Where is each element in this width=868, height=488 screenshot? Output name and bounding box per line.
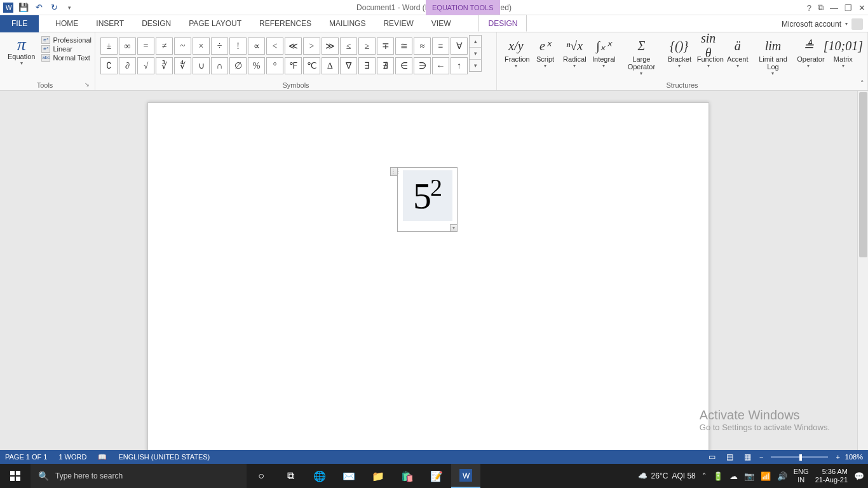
tray-chevron-icon[interactable]: ˄ [702,471,707,481]
symbol-button[interactable]: ≅ [395,37,412,55]
read-mode-icon[interactable]: ▭ [706,452,719,462]
mail-icon[interactable]: ✉️ [334,464,363,488]
symbol-button[interactable]: ℉ [285,57,302,74]
tab-references[interactable]: REFERENCES [250,15,320,32]
clock[interactable]: 5:36 AM 21-Aug-21 [815,468,848,484]
symbol-button[interactable]: ≥ [358,37,376,55]
symbol-button[interactable]: < [266,37,283,55]
battery-icon[interactable]: 🔋 [713,471,723,481]
equation-button[interactable]: π Equation ▾ [5,35,37,67]
symbol-button[interactable]: ≠ [156,37,173,55]
help-icon[interactable]: ? [807,3,811,13]
restore-icon[interactable]: ❐ [844,3,852,13]
symbol-button[interactable]: ∩ [211,57,228,74]
scroll-up-icon[interactable]: ▴ [470,36,481,48]
tab-review[interactable]: REVIEW [374,15,422,32]
equation-content[interactable]: 5 2 [403,170,452,221]
start-button[interactable] [0,464,31,488]
symbol-button[interactable]: ℃ [303,57,320,74]
close-icon[interactable]: ✕ [858,3,865,13]
cortana-icon[interactable]: ○ [247,464,276,488]
symbol-button[interactable]: ! [229,37,247,55]
symbol-button[interactable]: ÷ [211,37,228,55]
account-menu[interactable]: Microsoft account ▾ [782,15,863,32]
symbol-button[interactable]: ≤ [340,37,357,55]
professional-button[interactable]: eˣProfessional [41,36,92,44]
equation-move-handle[interactable]: ⋮⋮ [390,167,398,176]
structure-operator[interactable]: ≜Operator▾ [794,36,822,76]
symbol-button[interactable]: ≈ [414,37,431,55]
minimize-icon[interactable]: ― [830,3,838,13]
symbol-button[interactable]: × [193,37,210,55]
symbol-button[interactable]: % [248,57,265,74]
symbol-button[interactable]: ∝ [248,37,265,55]
vertical-scrollbar[interactable] [857,91,868,450]
symbol-button[interactable]: ± [100,37,118,55]
equation-options-handle[interactable]: ▾ [450,224,458,232]
task-view-icon[interactable]: ⧉ [276,464,305,488]
structure-bracket[interactable]: {()}Bracket▾ [665,36,693,76]
symbol-button[interactable]: ≫ [322,37,339,55]
symbol-button[interactable]: ~ [174,37,191,55]
symbol-button[interactable]: √ [137,57,154,74]
wifi-icon[interactable]: 📶 [761,471,771,481]
redo-icon[interactable]: ↻ [48,2,60,13]
tab-equation-design[interactable]: DESIGN [478,15,527,32]
scroll-down-icon[interactable]: ▾ [470,48,481,60]
structure-script[interactable]: eˣScript▾ [531,36,559,76]
save-icon[interactable]: 💾 [18,2,29,13]
dialog-launcher-icon[interactable]: ↘ [85,81,90,88]
document-page[interactable] [147,102,709,450]
symbol-button[interactable]: ← [432,57,449,74]
symbol-button[interactable]: ∛ [156,57,173,74]
symbol-button[interactable]: ≪ [285,37,302,55]
edge-icon[interactable]: 🌐 [305,464,334,488]
tab-design-main[interactable]: DESIGN [133,15,180,32]
symbol-button[interactable]: ∋ [414,57,431,74]
structure-limit-and-log[interactable]: limLimit and Log▾ [753,36,794,76]
symbol-button[interactable]: ∇ [340,57,357,74]
undo-icon[interactable]: ↶ [33,2,44,13]
taskbar-search[interactable]: 🔍 Type here to search [31,464,247,488]
input-language[interactable]: ENG IN [794,468,809,484]
symbol-button[interactable]: ∆ [322,57,339,74]
normal-text-button[interactable]: abcNormal Text [41,54,92,62]
structure-matrix[interactable]: [10;01]Matrix▾ [824,36,862,76]
symbol-button[interactable]: ∃ [358,57,376,74]
ribbon-display-icon[interactable]: ⧉ [818,3,824,13]
scrollbar-thumb[interactable] [859,92,867,257]
symbol-button[interactable]: ∜ [174,57,191,74]
tab-page-layout[interactable]: PAGE LAYOUT [180,15,250,32]
qat-customize-icon[interactable]: ▾ [64,2,75,13]
structure-function[interactable]: sin θFunction▾ [695,36,722,76]
word-task-icon[interactable]: W [451,464,480,488]
print-layout-icon[interactable]: ▤ [724,452,736,462]
equation-editor-box[interactable]: ⋮⋮ 5 2 ▾ [397,167,458,232]
symbol-button[interactable]: ∁ [100,57,118,74]
symbol-button[interactable]: ∄ [377,57,394,74]
zoom-out-icon[interactable]: − [759,453,763,461]
zoom-level[interactable]: 108% [845,453,863,461]
meet-now-icon[interactable]: 📷 [744,471,754,481]
symbol-button[interactable]: ∅ [229,57,247,74]
explorer-icon[interactable]: 📁 [363,464,393,488]
tab-file[interactable]: FILE [0,15,39,32]
structure-accent[interactable]: äAccent▾ [724,36,752,76]
symbol-button[interactable]: > [303,37,320,55]
symbol-button[interactable]: ∂ [119,57,136,74]
zoom-slider[interactable] [771,456,828,458]
sticky-notes-icon[interactable]: 📝 [422,464,451,488]
onedrive-icon[interactable]: ☁ [729,471,738,481]
structure-radical[interactable]: ⁿ√xRadical▾ [560,36,588,76]
weather-widget[interactable]: ☁️ 26°C AQI 58 [638,471,696,480]
structure-fraction[interactable]: x/yFraction▾ [502,36,530,76]
page-indicator[interactable]: PAGE 1 OF 1 [5,453,47,461]
volume-icon[interactable]: 🔊 [777,471,787,481]
symbol-button[interactable]: ∞ [119,37,136,55]
symbol-button[interactable]: ↑ [451,57,468,74]
tab-mailings[interactable]: MAILINGS [320,15,374,32]
collapse-ribbon-icon[interactable]: ˄ [860,79,864,88]
structure-integral[interactable]: ∫ₓˣIntegral▾ [590,36,618,76]
tab-home[interactable]: HOME [46,15,87,32]
symbol-button[interactable]: ≡ [432,37,449,55]
